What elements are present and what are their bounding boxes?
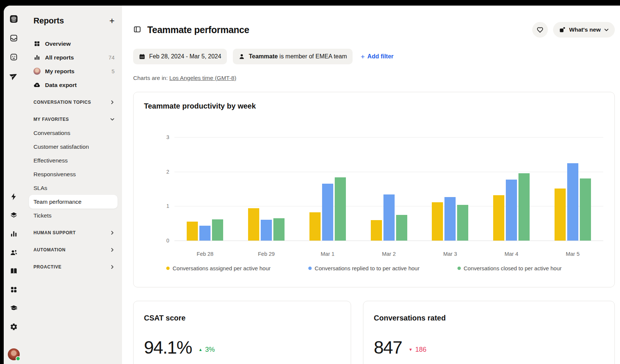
inbox-icon[interactable] xyxy=(9,33,18,42)
person-icon xyxy=(238,53,245,60)
chart-plot-area: 0123 xyxy=(174,137,603,241)
sidebar-item-tickets[interactable]: Tickets xyxy=(29,209,118,222)
sidebar-item-customer-satisfaction[interactable]: Customer satisfaction xyxy=(29,140,118,154)
date-range-filter[interactable]: Feb 28, 2024 - Mar 5, 2024 xyxy=(133,49,227,64)
bar[interactable] xyxy=(335,177,346,241)
delta-arrow-icon: ▼ xyxy=(409,348,413,352)
bar[interactable] xyxy=(199,226,211,241)
chart-x-axis-labels: Feb 28Feb 29Mar 1Mar 2Mar 3Mar 4Mar 5 xyxy=(174,251,603,257)
sidebar-item-effectiveness[interactable]: Effectiveness xyxy=(29,154,118,167)
bar[interactable] xyxy=(309,212,321,241)
bar[interactable] xyxy=(506,180,517,241)
chart-title: Teammate productivity by week xyxy=(144,102,614,110)
sidebar-item-label: Data export xyxy=(45,82,77,88)
reports-icon[interactable] xyxy=(9,229,18,238)
chevron-right-icon xyxy=(110,248,115,252)
section-proactive[interactable]: PROACTIVE xyxy=(33,260,115,274)
app-window: Reports + Overview All reports 74 My rep… xyxy=(4,6,620,364)
section-my-favorites[interactable]: MY FAVORITES xyxy=(33,112,115,126)
sidebar-item-label: All reports xyxy=(45,54,74,61)
legend-item: Conversations replied to to per active h… xyxy=(308,265,420,271)
knowledge-icon[interactable] xyxy=(9,267,18,276)
sidebar-item-data-export[interactable]: Data export xyxy=(33,78,115,92)
conversations-rated-card: Conversations rated 847 ▼186 xyxy=(363,301,615,364)
sidebar-item-team-performance[interactable]: Team performance xyxy=(29,195,118,209)
bar[interactable] xyxy=(212,219,223,241)
metric-title: CSAT score xyxy=(144,314,340,322)
overview-grid-icon xyxy=(33,40,41,47)
lightning-icon[interactable] xyxy=(9,192,18,201)
metric-title: Conversations rated xyxy=(374,314,604,322)
page-title: Teammate performance xyxy=(147,25,249,35)
outbound-icon[interactable] xyxy=(9,71,18,80)
section-conversation-topics[interactable]: CONVERSATION TOPICS xyxy=(33,95,115,109)
teammate-filter[interactable]: Teammate is member of EMEA team xyxy=(233,49,353,64)
timezone-prefix: Charts are in: xyxy=(133,75,169,81)
x-axis-label: Feb 29 xyxy=(236,251,297,257)
timezone-link[interactable]: Los Angeles time (GMT-8) xyxy=(169,75,236,81)
y-axis-tick: 2 xyxy=(157,169,169,175)
bar[interactable] xyxy=(322,184,333,241)
apps-icon[interactable] xyxy=(9,285,18,294)
bar[interactable] xyxy=(371,220,382,241)
academy-icon[interactable] xyxy=(9,304,18,313)
section-label: HUMAN SUPPORT xyxy=(33,230,76,235)
cloud-download-icon xyxy=(33,81,41,88)
bar[interactable] xyxy=(248,208,259,241)
user-avatar[interactable] xyxy=(8,348,20,360)
csat-score-card: CSAT score 94.1% ▲3% xyxy=(133,301,351,364)
bar[interactable] xyxy=(383,194,395,241)
section-automation[interactable]: AUTOMATION xyxy=(33,243,115,257)
chart-legend: Conversations assigned per active hourCo… xyxy=(134,265,614,271)
app-root: Reports + Overview All reports 74 My rep… xyxy=(0,0,620,364)
sidebar-toggle-icon[interactable] xyxy=(133,25,142,34)
bar[interactable] xyxy=(555,189,566,241)
layers-icon[interactable] xyxy=(9,211,18,220)
sidebar-item-all-reports[interactable]: All reports 74 xyxy=(33,51,115,64)
heart-icon xyxy=(536,26,544,33)
bar-group-feb-28 xyxy=(174,137,236,241)
settings-icon[interactable] xyxy=(9,322,18,331)
bar[interactable] xyxy=(493,195,504,241)
bar[interactable] xyxy=(187,222,198,241)
sidebar-item-slas[interactable]: SLAs xyxy=(29,181,118,195)
sidebar-item-conversations[interactable]: Conversations xyxy=(29,126,118,140)
bar[interactable] xyxy=(444,197,456,241)
sidebar-item-overview[interactable]: Overview xyxy=(33,37,115,51)
bar[interactable] xyxy=(396,215,407,241)
section-human-support[interactable]: HUMAN SUPPORT xyxy=(33,226,115,239)
sidebar-item-label: My reports xyxy=(45,68,74,75)
report-count-badge: 5 xyxy=(112,68,115,74)
x-axis-label: Mar 4 xyxy=(481,251,542,257)
bar[interactable] xyxy=(261,220,272,241)
legend-label: Conversations assigned per active hour xyxy=(173,265,270,271)
report-count-badge: 74 xyxy=(109,55,115,61)
legend-dot-icon xyxy=(457,267,461,270)
sidebar-item-label: Overview xyxy=(45,41,71,47)
add-filter-button[interactable]: + Add filter xyxy=(361,53,393,60)
sidebar-item-my-reports[interactable]: My reports 5 xyxy=(33,64,115,78)
add-report-button[interactable]: + xyxy=(109,16,115,25)
metric-delta: ▲3% xyxy=(199,346,215,354)
fin-icon[interactable] xyxy=(9,52,18,61)
chevron-right-icon xyxy=(110,265,115,269)
bar[interactable] xyxy=(432,202,443,241)
y-axis-tick: 1 xyxy=(157,203,169,209)
bar[interactable] xyxy=(580,178,591,241)
chevron-down-icon xyxy=(110,117,115,122)
intercom-logo[interactable] xyxy=(9,15,18,23)
sidebar-item-responsiveness[interactable]: Responsiveness xyxy=(29,167,118,181)
bar[interactable] xyxy=(567,163,578,241)
bar[interactable] xyxy=(273,218,285,241)
bar[interactable] xyxy=(518,173,530,241)
y-axis-tick: 3 xyxy=(157,134,169,140)
whats-new-button[interactable]: What's new xyxy=(553,22,615,38)
contacts-icon[interactable] xyxy=(9,248,18,257)
favorite-button[interactable] xyxy=(532,22,548,38)
bar-group-mar-1 xyxy=(297,137,358,241)
bar[interactable] xyxy=(457,205,468,241)
gridline xyxy=(174,241,603,241)
chevron-right-icon xyxy=(110,100,115,104)
teammate-filter-label: Teammate is member of EMEA team xyxy=(249,53,347,60)
bar-group-mar-5 xyxy=(542,137,603,241)
